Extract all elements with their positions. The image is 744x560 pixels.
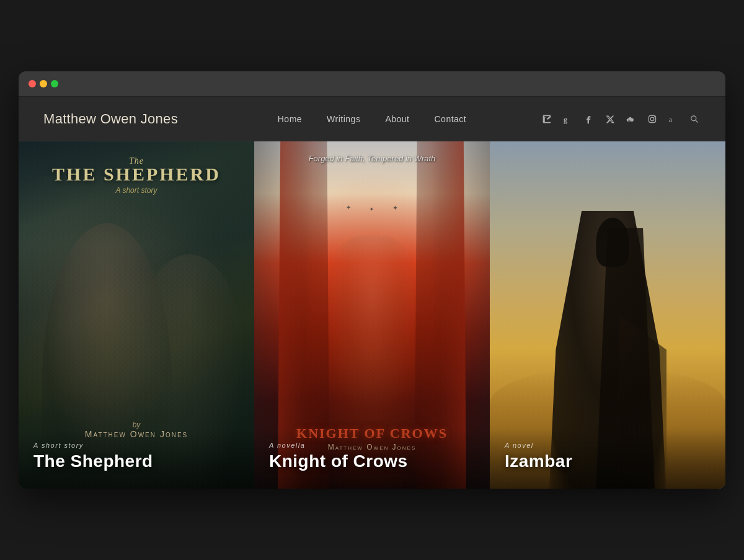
book-card-izambar[interactable]: A novel Izambar <box>490 141 725 489</box>
knight-overlay: A novella Knight of Crows <box>254 429 490 489</box>
search-icon[interactable] <box>688 113 701 125</box>
goodreads-icon[interactable]: g <box>562 113 574 125</box>
nav-link-contact[interactable]: Contact <box>435 114 467 124</box>
nav-item-contact[interactable]: Contact <box>435 113 467 125</box>
site-content: Matthew Owen Jones Home Writings About C… <box>19 97 725 489</box>
books-grid: The The Shepherd A short story by Matthe… <box>19 141 725 489</box>
facebook-icon[interactable] <box>583 113 595 125</box>
shepherd-short-story-top: A short story <box>33 186 239 195</box>
svg-text:a: a <box>669 115 673 123</box>
izambar-hood <box>596 218 629 266</box>
svg-text:g: g <box>564 115 568 123</box>
svg-line-6 <box>696 120 698 123</box>
knight-subtitle: Forged in Faith, Tempered in Wrath <box>254 154 490 163</box>
shepherd-heading: The Shepherd <box>33 164 239 185</box>
knight-title: Knight of Crows <box>269 451 475 471</box>
browser-window: Matthew Owen Jones Home Writings About C… <box>19 71 725 489</box>
book-card-knight[interactable]: ✦ ✦ ✦ Forged in Faith, Tempered in Wrath… <box>254 141 490 489</box>
book-card-shepherd[interactable]: The The Shepherd A short story by Matthe… <box>19 141 254 489</box>
amazon-icon[interactable]: a <box>667 113 680 125</box>
traffic-lights <box>29 80 58 87</box>
browser-chrome <box>19 71 725 97</box>
shepherd-type: A short story <box>33 442 239 449</box>
email-icon[interactable] <box>541 113 553 125</box>
nav-links: Home Writings About Contact <box>262 113 481 125</box>
knight-top-text: Forged in Faith, Tempered in Wrath <box>254 154 490 163</box>
nav-link-writings[interactable]: Writings <box>327 114 360 124</box>
nav-bar: Matthew Owen Jones Home Writings About C… <box>19 97 725 141</box>
minimize-button[interactable] <box>40 80 47 87</box>
knight-figure <box>325 236 419 427</box>
twitter-x-icon[interactable] <box>604 113 616 125</box>
shepherd-by-label: by <box>19 420 254 429</box>
nav-icons: g a <box>482 113 701 125</box>
knight-birds: ✦ ✦ ✦ <box>254 204 490 212</box>
shepherd-title: The Shepherd <box>33 451 239 471</box>
nav-item-about[interactable]: About <box>385 113 409 125</box>
nav-link-about[interactable]: About <box>385 114 409 124</box>
site-title[interactable]: Matthew Owen Jones <box>43 111 262 127</box>
izambar-type: A novel <box>505 442 711 449</box>
izambar-title: Izambar <box>505 451 711 471</box>
shepherd-overlay: A short story The Shepherd <box>19 429 254 489</box>
nav-item-home[interactable]: Home <box>278 113 302 125</box>
svg-point-3 <box>654 116 655 117</box>
svg-point-2 <box>650 117 654 121</box>
soundcloud-icon[interactable] <box>625 113 637 125</box>
maximize-button[interactable] <box>51 80 58 87</box>
nav-link-home[interactable]: Home <box>278 114 302 124</box>
nav-item-writings[interactable]: Writings <box>327 113 360 125</box>
shepherd-top-text: The The Shepherd A short story <box>19 141 254 210</box>
close-button[interactable] <box>29 80 36 87</box>
izambar-overlay: A novel Izambar <box>490 429 725 489</box>
instagram-icon[interactable] <box>646 113 658 125</box>
knight-type: A novella <box>269 442 475 449</box>
svg-point-5 <box>691 115 696 120</box>
